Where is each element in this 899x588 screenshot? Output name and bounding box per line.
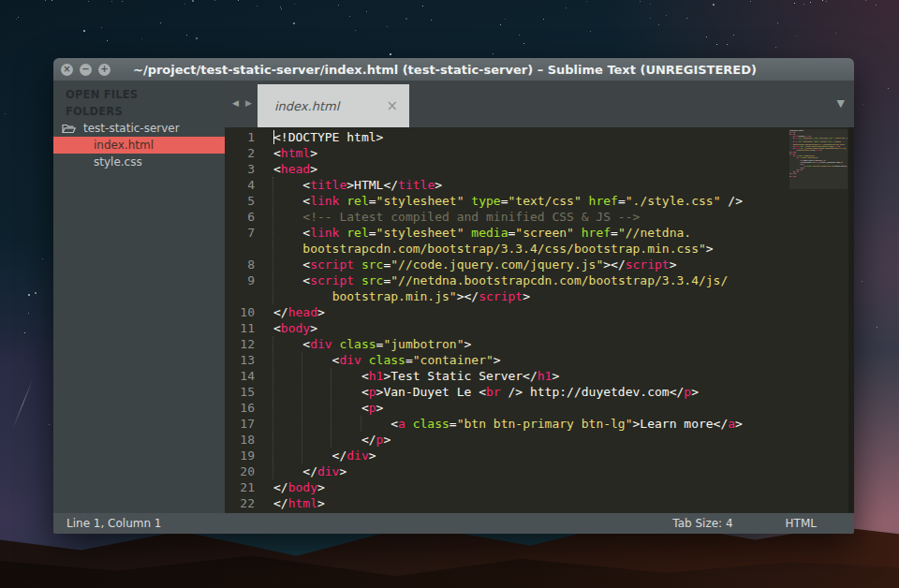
- line-number: 15: [225, 384, 255, 400]
- code-line[interactable]: 14 <h1>Test Static Server</h1>: [225, 368, 848, 384]
- code-line[interactable]: bootstrap.min.js"></script>: [225, 288, 848, 304]
- tab-close-icon[interactable]: ×: [386, 99, 398, 113]
- syntax-label[interactable]: HTML: [786, 517, 817, 530]
- code-line[interactable]: 7 <link rel="stylesheet" media="screen" …: [225, 225, 848, 241]
- line-number: 22: [225, 495, 255, 511]
- indent-guide: [302, 352, 302, 463]
- code-line[interactable]: 5 <link rel="stylesheet" type="text/css"…: [225, 193, 848, 209]
- code-line[interactable]: 11<body>: [225, 320, 848, 336]
- line-number: 5: [225, 193, 255, 209]
- window-title: ~/project/test-static-server/index.html …: [133, 63, 757, 77]
- code-line[interactable]: 13 <div class="container">: [225, 352, 848, 368]
- code-line[interactable]: 1<!DOCTYPE html>: [225, 129, 848, 145]
- minimap[interactable]: <!DOCTYPE html><html><head> <title>HTML<…: [789, 129, 847, 189]
- line-number: 7: [225, 225, 255, 241]
- code-line[interactable]: 16 <p>: [225, 400, 848, 416]
- indent-guide: [273, 336, 273, 479]
- tab-index-html[interactable]: index.html ×: [258, 84, 409, 127]
- indent-guide: [331, 368, 332, 448]
- sublime-text-window: × − + ~/project/test-static-server/index…: [53, 58, 854, 534]
- code-line[interactable]: 22</html>: [225, 495, 848, 511]
- minimize-button[interactable]: −: [80, 64, 92, 76]
- line-number: 14: [225, 368, 255, 384]
- code-line[interactable]: 19 </div>: [225, 448, 848, 463]
- editor-scrollbar[interactable]: [848, 127, 854, 513]
- line-number: 9: [225, 272, 255, 288]
- sidebar-folder-test-static-server[interactable]: test-static-server: [53, 120, 225, 137]
- line-number: 6: [225, 209, 255, 225]
- sidebar: OPEN FILES FOLDERS test-static-server in…: [53, 81, 225, 513]
- code-line[interactable]: 6 <!-- Latest compiled and minified CSS …: [225, 209, 848, 225]
- folders-header[interactable]: FOLDERS: [53, 103, 225, 120]
- line-number: 13: [225, 352, 255, 368]
- line-number: 11: [225, 320, 255, 336]
- code-line[interactable]: 12 <div class="jumbotron">: [225, 336, 848, 352]
- minimap-content: <!DOCTYPE html><html><head> <title>HTML<…: [789, 129, 847, 177]
- sidebar-file-index-html[interactable]: index.html: [53, 137, 225, 154]
- tab-size-label[interactable]: Tab Size: 4: [672, 517, 732, 530]
- line-number: 19: [225, 448, 255, 463]
- line-number: 18: [225, 432, 255, 448]
- line-number: 2: [225, 145, 255, 161]
- shooting-star: [12, 378, 34, 429]
- line-number: 17: [225, 416, 255, 432]
- sidebar-file-style-css[interactable]: style.css: [53, 154, 225, 170]
- code-line[interactable]: 17 <a class="btn btn-primary btn-lg">Lea…: [225, 416, 848, 432]
- line-number: [225, 241, 255, 257]
- tab-bar: ◀ ▶ index.html × ▼: [225, 81, 854, 127]
- tab-label: index.html: [274, 99, 386, 113]
- line-number: 3: [225, 161, 255, 177]
- code-line[interactable]: bootstrapcdn.com/bootstrap/3.3.4/css/boo…: [225, 241, 848, 257]
- line-number: 16: [225, 400, 255, 416]
- folder-name: test-static-server: [83, 122, 180, 135]
- close-button[interactable]: ×: [61, 64, 73, 76]
- code-line[interactable]: 8 <script src="//code.jquery.com/jquery.…: [225, 257, 848, 272]
- indent-guide: [361, 416, 361, 432]
- indent-guide: [273, 177, 273, 304]
- open-folder-icon: [62, 124, 76, 134]
- window-titlebar[interactable]: × − + ~/project/test-static-server/index…: [53, 58, 854, 81]
- line-number: 1: [225, 129, 255, 145]
- line-number: 20: [225, 463, 255, 479]
- status-bar: Line 1, Column 1 Tab Size: 4 HTML: [53, 513, 854, 534]
- code-line[interactable]: 10</head>: [225, 304, 848, 320]
- code-line[interactable]: 20 </div>: [225, 463, 848, 479]
- line-number: 8: [225, 257, 255, 272]
- code-line[interactable]: 4 <title>HTML</title>: [225, 177, 848, 193]
- line-number: [225, 288, 255, 304]
- code-line[interactable]: 3<head>: [225, 161, 848, 177]
- code-line[interactable]: 9 <script src="//netdna.bootstrapcdn.com…: [225, 272, 848, 288]
- tab-scroll-left-icon[interactable]: ◀: [232, 98, 239, 108]
- code-line[interactable]: 2<html>: [225, 145, 848, 161]
- code-editor[interactable]: 1<!DOCTYPE html>2<html>3<head>4 <title>H…: [225, 127, 854, 513]
- line-number: 12: [225, 336, 255, 352]
- code-line[interactable]: 15 <p>Van-Duyet Le <br /> http://duyetde…: [225, 384, 848, 400]
- open-files-header[interactable]: OPEN FILES: [53, 86, 225, 103]
- cursor-position-label: Line 1, Column 1: [66, 517, 672, 530]
- line-number: 4: [225, 177, 255, 193]
- maximize-button[interactable]: +: [98, 64, 111, 76]
- tab-overflow-icon[interactable]: ▼: [837, 97, 845, 110]
- line-number: 10: [225, 304, 255, 320]
- code-line[interactable]: 18 </p>: [225, 432, 848, 448]
- code-line[interactable]: 21</body>: [225, 479, 848, 495]
- code-area[interactable]: 1<!DOCTYPE html>2<html>3<head>4 <title>H…: [225, 127, 848, 513]
- tab-scroll-right-icon[interactable]: ▶: [245, 98, 252, 108]
- line-number: 21: [225, 479, 255, 495]
- text-cursor: [273, 130, 274, 144]
- desktop: × − + ~/project/test-static-server/index…: [0, 0, 899, 588]
